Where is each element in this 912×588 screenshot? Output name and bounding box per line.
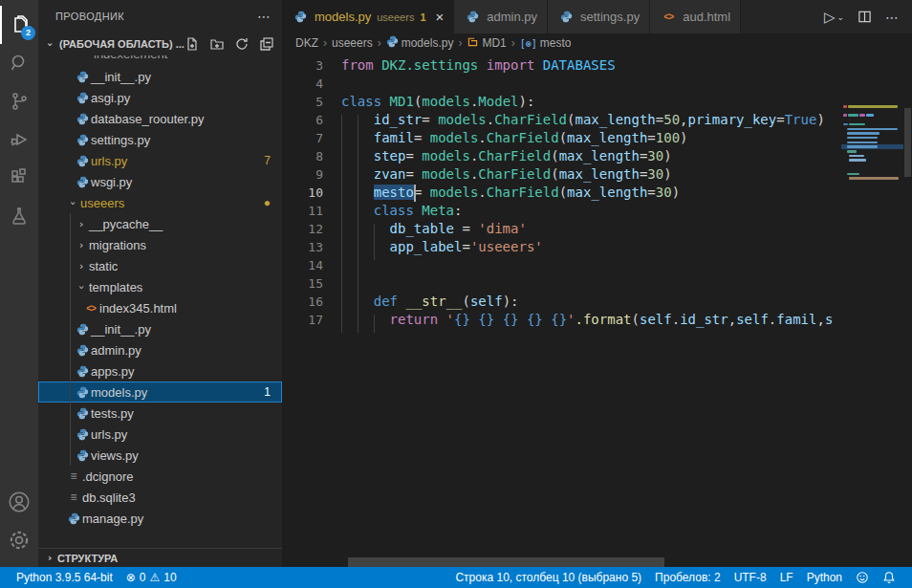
close-icon[interactable]: × [436, 9, 445, 25]
tree-item-__init__.py[interactable]: __init__.py [38, 66, 282, 87]
split-editor-icon[interactable] [858, 10, 872, 24]
tree-item-useeers[interactable]: ›useeers● [38, 192, 282, 213]
breadcrumb-mesto[interactable]: [⊗]mesto [520, 36, 572, 50]
python-file-icon [74, 71, 91, 83]
tab-settings-py[interactable]: settings.py [548, 0, 650, 33]
tree-item-urls.py[interactable]: urls.py7 [38, 150, 282, 171]
tab-aud-html[interactable]: <> aud.html [650, 0, 741, 33]
tree-item-index345.html[interactable]: <>index345.html [38, 297, 282, 318]
search-icon[interactable] [0, 44, 38, 82]
tree-item-label: migrations [89, 238, 146, 252]
account-icon[interactable] [0, 483, 38, 521]
code-line-7[interactable]: 7 famil= models.CharField(max_length=100… [282, 129, 841, 147]
code-line-8[interactable]: 8 step= models.CharField(max_length=30) [282, 147, 841, 165]
code-line-15[interactable]: 15 [282, 274, 841, 293]
sidebar-more-icon[interactable]: ⋯ [257, 9, 271, 24]
code-line-4[interactable]: 4 [282, 75, 841, 93]
code-line-17[interactable]: 17 return '{} {} {} {} {}'.format(self.i… [282, 311, 841, 329]
language-status[interactable]: Python [800, 567, 849, 588]
minimap[interactable] [841, 105, 903, 557]
tree-item-models.py[interactable]: models.py1 [38, 381, 282, 403]
overview-ruler[interactable] [903, 105, 912, 557]
code-line-16[interactable]: 16 def __str__(self): [282, 293, 841, 311]
tree-item-settings.py[interactable]: settings.py [38, 129, 282, 150]
minimap-line [847, 132, 879, 135]
breadcrumb-label: DKZ [295, 36, 318, 50]
extensions-icon[interactable] [0, 159, 38, 197]
tree-item-urls.py[interactable]: urls.py [38, 424, 282, 445]
tree-item-asgi.py[interactable]: asgi.py [38, 87, 282, 108]
explorer-badge: 2 [21, 26, 35, 40]
tree-item-.dcignore[interactable]: ≡.dcignore [38, 466, 282, 487]
tab-admin-py[interactable]: admin.py [454, 0, 548, 33]
tree-item-wsgi.py[interactable]: wsgi.py [38, 171, 282, 192]
python-file-icon [74, 365, 91, 378]
encoding-status[interactable]: UTF-8 [727, 567, 773, 588]
cursor-position-status[interactable]: Строка 10, столбец 10 (выбрано 5) [448, 567, 648, 588]
refresh-icon[interactable] [234, 36, 250, 52]
outline-section-header[interactable]: › СТРУКТУРА [38, 548, 282, 567]
new-folder-icon[interactable] [209, 36, 225, 52]
tree-item-static[interactable]: ›static [38, 255, 282, 276]
breadcrumb-useeers[interactable]: useeers [332, 36, 373, 50]
code-line-6[interactable]: 6 id_str= models.CharField(max_length=50… [282, 111, 841, 129]
tree-item-__pycache__[interactable]: ›__pycache__ [38, 213, 282, 234]
tree-item-templates[interactable]: ›templates [38, 276, 282, 297]
breadcrumb-models.py[interactable]: models.py [386, 35, 454, 51]
minimap-line [843, 114, 847, 117]
tree-item-database_roouter.py[interactable]: database_roouter.py [38, 108, 282, 129]
feedback-icon[interactable] [849, 567, 876, 588]
horizontal-scrollbar[interactable] [348, 557, 664, 567]
selected-text: mesto [374, 185, 414, 200]
settings-gear-icon[interactable] [0, 521, 38, 559]
line-content: mesto= models.CharField(max_length=30) [323, 184, 680, 202]
run-button[interactable]: ▷⌄ [824, 9, 844, 26]
scrollbar-thumb[interactable] [904, 108, 911, 177]
code-area[interactable]: 3from DKZ.settings import DATABASES45cla… [282, 53, 912, 557]
run-dropdown-icon[interactable]: ⌄ [836, 12, 844, 22]
code-line-3[interactable]: 3from DKZ.settings import DATABASES [282, 56, 841, 75]
line-number: 7 [282, 129, 323, 147]
tree-item-tests.py[interactable]: tests.py [38, 403, 282, 424]
collapse-all-icon[interactable] [259, 36, 274, 52]
code-line-11[interactable]: 11 class Meta: [282, 202, 841, 220]
tree-item-__init__.py[interactable]: __init__.py [38, 318, 282, 339]
code-line-5[interactable]: 5class MD1(models.Model): [282, 93, 841, 111]
breadcrumb-separator-icon: › [458, 36, 462, 50]
tree-item-manage.py[interactable]: manage.py [38, 508, 282, 529]
explorer-icon[interactable]: 2 [0, 6, 38, 44]
clipped-tree-item[interactable]: indexelement [38, 55, 282, 66]
tab-models-py[interactable]: models.py useeers 1 × [282, 0, 454, 33]
breadcrumbs: DKZ›useeers›models.py›MD1›[⊗]mesto [282, 33, 912, 53]
testing-flask-icon[interactable] [0, 197, 38, 235]
tree-item-migrations[interactable]: ›migrations [38, 234, 282, 255]
run-debug-icon[interactable] [0, 120, 38, 159]
tree-item-admin.py[interactable]: admin.py [38, 339, 282, 360]
tree-item-db.sqlite3[interactable]: ≡db.sqlite3 [38, 487, 282, 508]
tree-item-label: useeers [80, 196, 124, 210]
html-file-icon: <> [660, 11, 677, 22]
eol-status[interactable]: LF [773, 567, 800, 588]
code-line-12[interactable]: 12 db_table = 'dima' [282, 220, 841, 238]
indentation-status[interactable]: Пробелов: 2 [648, 567, 727, 588]
breadcrumb-MD1[interactable]: MD1 [467, 35, 506, 51]
notifications-bell-icon[interactable] [876, 567, 902, 588]
line-content [323, 256, 341, 274]
source-control-icon[interactable] [0, 82, 38, 120]
new-file-icon[interactable] [185, 36, 200, 52]
workspace-section-header[interactable]: › (РАБОЧАЯ ОБЛАСТЬ) ... [38, 33, 282, 55]
tree-item-apps.py[interactable]: apps.py [38, 360, 282, 381]
code-line-10[interactable]: 10 mesto= models.CharField(max_length=30… [282, 184, 841, 202]
python-interpreter-status[interactable]: Python 3.9.5 64-bit [10, 567, 119, 588]
code-line-13[interactable]: 13 app_label='useeers' [282, 238, 841, 256]
code-line-14[interactable]: 14 [282, 256, 841, 274]
breadcrumb-DKZ[interactable]: DKZ [295, 36, 318, 50]
problems-status[interactable]: ⊗ 0 ⚠ 10 [119, 567, 184, 588]
tree-item-views.py[interactable]: views.py [38, 445, 282, 466]
tree-item-label: __pycache__ [89, 217, 163, 231]
python-file-icon [74, 344, 91, 357]
error-icon: ⊗ [126, 571, 136, 584]
minimap-line [847, 145, 878, 148]
code-line-9[interactable]: 9 zvan= models.CharField(max_length=30) [282, 165, 841, 184]
more-actions-icon[interactable]: ⋯ [885, 10, 899, 25]
